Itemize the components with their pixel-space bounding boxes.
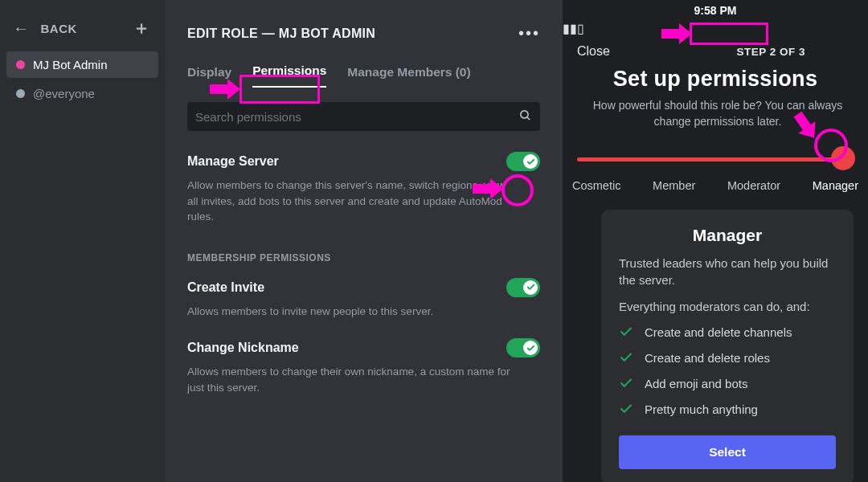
check-icon	[619, 376, 633, 390]
permission-desc: Allow members to change this server's na…	[187, 178, 517, 225]
toggle-manage-server[interactable]	[506, 152, 540, 171]
permission-desc: Allows members to invite new people to t…	[187, 304, 517, 320]
card-and: Everything moderators can do, and:	[619, 300, 836, 313]
check-icon	[619, 350, 633, 365]
role-item-mj-bot-admin[interactable]: MJ Bot Admin	[6, 51, 158, 78]
svg-point-0	[521, 110, 528, 117]
permission-desc: Allows members to change their own nickn…	[187, 364, 517, 395]
slider-track	[577, 157, 854, 161]
feature-text: Create and delete roles	[645, 351, 770, 365]
annotation-circle-icon	[502, 174, 534, 206]
search-permissions[interactable]	[187, 102, 540, 131]
toggle-knob	[523, 341, 538, 355]
feature-item: Pretty much anything	[619, 402, 836, 416]
permission-title: Change Nickname	[187, 341, 299, 355]
slider-label-moderator[interactable]: Moderator	[727, 179, 780, 192]
toggle-change-nickname[interactable]	[506, 338, 540, 357]
back-button[interactable]: ← BACK ＋	[0, 11, 165, 51]
toggle-create-invite[interactable]	[506, 278, 540, 297]
slider-label-member[interactable]: Member	[653, 179, 695, 192]
feature-item: Create and delete roles	[619, 350, 836, 365]
back-arrow-icon: ←	[13, 20, 30, 36]
signal-icon: ▮▮▯	[563, 22, 584, 35]
role-item-everyone[interactable]: @everyone	[6, 80, 158, 107]
status-time: 9:58 PM	[694, 4, 737, 17]
desktop-pane: ← BACK ＋ MJ Bot Admin @everyone EDIT ROL…	[0, 0, 563, 482]
check-icon	[619, 402, 633, 416]
permission-create-invite: Create Invite Allows members to invite n…	[187, 278, 540, 320]
annotation-box	[240, 75, 320, 104]
slider-label-cosmetic[interactable]: Cosmetic	[572, 179, 620, 192]
card-title: Manager	[619, 226, 836, 245]
svg-line-1	[527, 116, 530, 119]
annotation-circle-icon	[814, 129, 848, 162]
power-slider[interactable]	[577, 149, 854, 170]
select-button[interactable]: Select	[619, 435, 836, 469]
mobile-pane: 9:58 PM ▮▮▯ Close STEP 2 OF 3 Set up per…	[563, 0, 868, 482]
feature-text: Pretty much anything	[645, 402, 758, 416]
tab-manage-members[interactable]: Manage Members (0)	[347, 65, 470, 88]
close-button[interactable]: Close	[577, 44, 610, 59]
permission-change-nickname: Change Nickname Allows members to change…	[187, 338, 540, 395]
roles-sidebar: ← BACK ＋ MJ Bot Admin @everyone	[0, 0, 165, 482]
role-name: @everyone	[33, 87, 95, 100]
status-bar: 9:58 PM	[563, 0, 868, 21]
slider-labels: Cosmetic Member Moderator Manager	[572, 179, 858, 192]
role-name: MJ Bot Admin	[33, 58, 108, 71]
step-indicator: STEP 2 OF 3	[736, 46, 805, 58]
editor-heading: EDIT ROLE — MJ BOT ADMIN	[187, 27, 375, 41]
role-preset-card: Manager Trusted leaders who can help you…	[601, 210, 854, 482]
permission-title: Create Invite	[187, 280, 264, 295]
card-lead: Trusted leaders who can help you build t…	[619, 255, 836, 288]
section-membership-permissions: MEMBERSHIP PERMISSIONS	[187, 252, 540, 263]
role-editor: EDIT ROLE — MJ BOT ADMIN ••• Display Per…	[165, 0, 563, 482]
slider-label-manager[interactable]: Manager	[813, 179, 858, 192]
search-icon	[518, 108, 532, 125]
search-input[interactable]	[195, 110, 518, 124]
back-label: BACK	[41, 22, 77, 35]
role-color-dot	[16, 60, 25, 69]
add-role-icon[interactable]: ＋	[133, 19, 151, 37]
feature-text: Create and delete channels	[645, 325, 792, 339]
permission-title: Manage Server	[187, 154, 279, 169]
feature-item: Add emoji and bots	[619, 376, 836, 390]
toggle-knob	[523, 280, 538, 295]
more-options-icon[interactable]: •••	[518, 24, 540, 43]
check-icon	[619, 325, 633, 339]
toggle-knob	[523, 154, 538, 169]
feature-text: Add emoji and bots	[645, 377, 747, 390]
role-color-dot	[16, 89, 25, 98]
mobile-title: Set up permissions	[563, 67, 868, 92]
annotation-box	[690, 22, 768, 45]
feature-item: Create and delete channels	[619, 325, 836, 339]
